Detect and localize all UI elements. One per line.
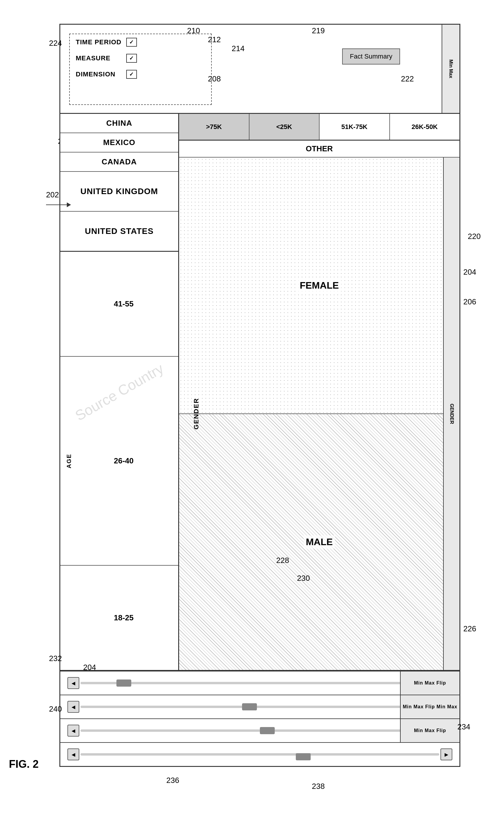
age-18-25[interactable]: 18-25 bbox=[60, 566, 178, 670]
ref-212: 212 bbox=[208, 35, 221, 44]
female-block-228[interactable]: FEMALE bbox=[179, 157, 459, 414]
scroll-btn-left-1[interactable]: ◀ bbox=[67, 677, 79, 689]
ref-222: 222 bbox=[401, 74, 414, 83]
other-label-row: OTHER bbox=[179, 140, 459, 157]
age-41-55[interactable]: 41-55 bbox=[60, 252, 178, 357]
measure-chevron[interactable]: ✓ bbox=[126, 54, 137, 63]
ref-226: 226 bbox=[463, 624, 476, 634]
viz-area: Source Country CHINA MEXICO CANADA UNITE… bbox=[60, 114, 459, 671]
ref-214: 214 bbox=[232, 44, 244, 53]
country-united-states[interactable]: UNITED STATES bbox=[60, 212, 178, 251]
scrollbar-row-1: ◀ ▶ Min Max Flip bbox=[60, 671, 459, 695]
bottom-area: ◀ ▶ Min Max Flip ◀ ▶ Min Max Flip Min Ma… bbox=[60, 671, 459, 766]
scroll-track-3[interactable] bbox=[80, 729, 439, 732]
figure-label: FIG. 2 bbox=[9, 758, 39, 770]
min-max-label-222: Min Max bbox=[442, 25, 459, 113]
dimension-control[interactable]: DIMENSION ✓ bbox=[70, 66, 211, 82]
scroll-thumb-1[interactable] bbox=[116, 680, 131, 687]
age-26-40[interactable]: 26-40 bbox=[60, 357, 178, 566]
ref-232: 232 bbox=[49, 654, 62, 663]
age-section: AGE 41-55 26-40 18-25 bbox=[60, 252, 178, 670]
fact-summary-button[interactable]: Fact Summary bbox=[342, 48, 400, 64]
scrollbar-row-3: ◀ ▶ Min Max Flip bbox=[60, 719, 459, 742]
country-china[interactable]: CHINA bbox=[60, 114, 178, 133]
ref-228: 228 bbox=[276, 556, 289, 565]
income-26k-50k[interactable]: 26K-50K bbox=[390, 114, 460, 140]
scrollbar-row-2: ◀ ▶ Min Max Flip Min Max bbox=[60, 695, 459, 719]
left-panel-202: Source Country CHINA MEXICO CANADA UNITE… bbox=[60, 114, 179, 670]
scroll-thumb-4[interactable] bbox=[296, 753, 311, 760]
scroll-label-3: Min Max Flip bbox=[400, 719, 459, 742]
gender-right-label-206: GENDER bbox=[443, 157, 459, 670]
scroll-label-1: Min Max Flip bbox=[400, 672, 459, 695]
time-period-label: TIME PERIOD bbox=[76, 38, 123, 46]
scroll-track-1[interactable] bbox=[80, 682, 439, 684]
time-period-control[interactable]: TIME PERIOD ✓ bbox=[70, 34, 211, 50]
scroll-btn-right-4[interactable]: ▶ bbox=[440, 749, 452, 760]
time-period-chevron[interactable]: ✓ bbox=[126, 38, 137, 47]
other-label: OTHER bbox=[306, 144, 333, 153]
ref-210: 210 bbox=[187, 26, 200, 35]
male-label: MALE bbox=[304, 535, 335, 549]
ref-202: 202 bbox=[46, 190, 59, 199]
measure-control[interactable]: MEASURE ✓ bbox=[70, 50, 211, 66]
ref-236: 236 bbox=[166, 776, 179, 785]
ref-230: 230 bbox=[297, 574, 310, 583]
scroll-btn-left-4[interactable]: ◀ bbox=[67, 749, 79, 760]
scrollbar-row-4: ◀ ▶ bbox=[60, 742, 459, 766]
scroll-thumb-3[interactable] bbox=[260, 727, 275, 734]
header-area: TIME PERIOD ✓ MEASURE ✓ DIMENSION ✓ Fact… bbox=[60, 25, 459, 114]
main-container: TIME PERIOD ✓ MEASURE ✓ DIMENSION ✓ Fact… bbox=[59, 24, 460, 767]
country-canada[interactable]: CANADA bbox=[60, 152, 178, 172]
scroll-thumb-2[interactable] bbox=[242, 703, 257, 710]
ref-238: 238 bbox=[312, 782, 325, 791]
scroll-track-4[interactable] bbox=[80, 753, 439, 756]
dimension-label: DIMENSION bbox=[76, 70, 123, 78]
ref-206: 206 bbox=[463, 297, 476, 307]
scroll-btn-left-3[interactable]: ◀ bbox=[67, 725, 79, 737]
country-united-kingdom[interactable]: UNITED KINGDOM bbox=[60, 172, 178, 212]
income-over-75k[interactable]: >75K bbox=[179, 114, 249, 140]
income-51k-75k[interactable]: 51K-75K bbox=[320, 114, 390, 140]
scroll-label-2: Min Max Flip Min Max bbox=[400, 695, 459, 719]
ref-240: 240 bbox=[49, 705, 62, 714]
right-panel-204: >75K <25K 51K-75K 26K-50K OTHER GENDER F… bbox=[179, 114, 459, 670]
female-label: FEMALE bbox=[297, 279, 341, 292]
ref-208: 208 bbox=[208, 74, 221, 83]
dimension-chevron[interactable]: ✓ bbox=[126, 70, 137, 79]
gender-section: GENDER FEMALE MALE GENDER bbox=[179, 157, 459, 670]
countries-section: CHINA MEXICO CANADA UNITED KINGDOM UNITE… bbox=[60, 114, 178, 252]
income-row: >75K <25K 51K-75K 26K-50K bbox=[179, 114, 459, 140]
country-mexico[interactable]: MEXICO bbox=[60, 133, 178, 152]
ref-204-left: 204 bbox=[83, 663, 96, 672]
male-block-230[interactable]: MALE bbox=[179, 414, 459, 670]
ref-219: 219 bbox=[312, 26, 325, 35]
gender-dimension-label-rotated: GENDER bbox=[192, 398, 200, 429]
age-dimension-label: AGE bbox=[66, 454, 72, 468]
ref-234: 234 bbox=[457, 722, 470, 732]
scroll-track-2[interactable] bbox=[80, 706, 439, 708]
ref-202-area: 202 bbox=[46, 190, 71, 207]
ref-220: 220 bbox=[468, 232, 481, 241]
ref-224: 224 bbox=[49, 39, 62, 48]
ref-204-right: 204 bbox=[463, 268, 476, 277]
controls-box-208: TIME PERIOD ✓ MEASURE ✓ DIMENSION ✓ bbox=[69, 34, 212, 105]
measure-label: MEASURE bbox=[76, 54, 123, 62]
income-under-25k[interactable]: <25K bbox=[249, 114, 320, 140]
scroll-btn-left-2[interactable]: ◀ bbox=[67, 701, 79, 713]
